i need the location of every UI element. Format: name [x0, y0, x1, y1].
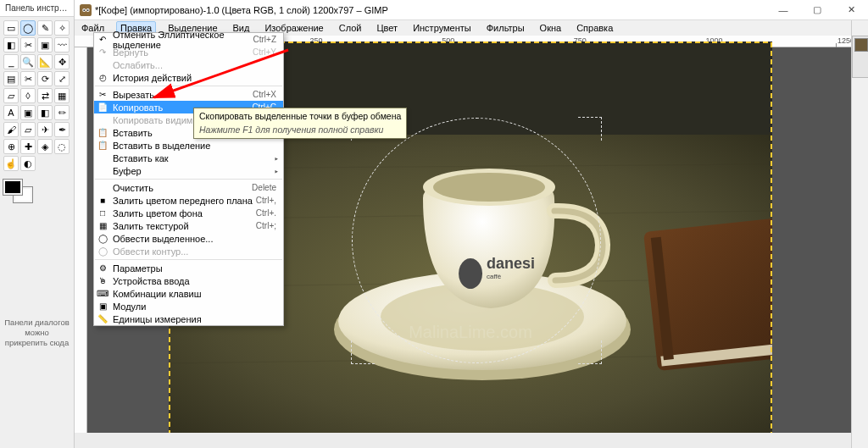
menu-item-справка[interactable]: Справка	[573, 22, 616, 34]
menu-item-цвет[interactable]: Цвет	[373, 22, 401, 34]
tool-perspective-clone[interactable]: ◈	[37, 139, 53, 154]
tooltip-line2: Нажмите F1 для получения полной справки	[199, 124, 401, 136]
tool-airbrush[interactable]: ✈	[37, 122, 53, 137]
menu-item: ↷ВернутьCtrl+Y	[94, 46, 283, 58]
menu-item[interactable]: 📋Вставить в выделение	[94, 139, 283, 152]
fg-bg-swatches[interactable]	[3, 180, 37, 205]
tool-ellipse-select[interactable]: ◯	[20, 20, 36, 36]
tool-heal[interactable]: ✚	[20, 139, 36, 154]
selection[interactable]	[352, 118, 601, 363]
tool-move[interactable]: ✥	[54, 54, 70, 69]
scrollbar-horizontal[interactable]	[75, 433, 868, 448]
titlebar: *[Кофе] (импортировано)-1.0 (Цвета RGB, …	[75, 0, 868, 20]
right-dock	[851, 20, 868, 448]
menu-item-окна[interactable]: Окна	[537, 22, 565, 34]
tool-rotate[interactable]: ⟳	[37, 71, 53, 86]
menu-item: Ослабить...	[94, 58, 283, 71]
menu-item[interactable]: ▦Залить текстуройCtrl+;	[94, 219, 283, 232]
tool-grid: ▭ ◯ ✎ ✧ ◧ ✂ ▣ 〰 ⎯ 🔍 📐 ✥ ▤ ✂ ⟳ ⤢ ▱ ◊ ⇄ ▦ …	[0, 17, 74, 174]
tool-blur[interactable]: ◌	[54, 139, 70, 154]
tool-fuzzy-select[interactable]: ✧	[54, 20, 70, 36]
menu-item: ◯Обвести контур...	[94, 245, 283, 257]
tool-cage[interactable]: ▦	[54, 88, 70, 103]
tooltip: Скопировать выделенные точки в буфер обм…	[193, 108, 407, 139]
tool-free-select[interactable]: ✎	[37, 20, 53, 36]
menu-item[interactable]: ⚙Параметры	[94, 262, 283, 274]
tool-eraser[interactable]: ▱	[20, 122, 36, 137]
menu-item-инструменты[interactable]: Инструменты	[409, 22, 475, 34]
tool-color-select[interactable]: ◧	[3, 37, 19, 53]
menu-item[interactable]: ⌨Комбинации клавиш	[94, 287, 283, 300]
menu-separator	[95, 86, 282, 86]
menu-item[interactable]: 🖱Устройства ввода	[94, 274, 283, 287]
tool-foreground[interactable]: ▣	[37, 37, 53, 53]
toolbox-panel: Панель инстр… ▭ ◯ ✎ ✧ ◧ ✂ ▣ 〰 ⎯ 🔍 📐 ✥ ▤ …	[0, 0, 75, 448]
tool-ink[interactable]: ✒	[54, 122, 70, 137]
menu-item[interactable]: 📏Единицы измерения	[94, 312, 283, 325]
menu-item[interactable]: Буфер▸	[94, 164, 283, 177]
window-minimize[interactable]: —	[766, 0, 800, 20]
tool-text[interactable]: A	[3, 105, 19, 120]
selection-ellipse	[352, 118, 601, 363]
svg-point-3	[83, 9, 85, 11]
tool-align[interactable]: ▤	[3, 71, 19, 86]
dockable-hint: Панели диалогов можно прикрепить сюда	[3, 318, 70, 348]
menu-item-фильтры[interactable]: Фильтры	[483, 22, 528, 34]
menu-separator	[95, 179, 282, 180]
menu-item[interactable]: ↶Отменить Эллиптическое выделениеCtrl+Z	[94, 33, 283, 46]
menu-item[interactable]: ■Залить цветом переднего планаCtrl+,	[94, 194, 283, 207]
fg-swatch[interactable]	[3, 180, 22, 195]
menu-item[interactable]: □Залить цветом фонаCtrl+.	[94, 207, 283, 219]
gimp-icon	[80, 4, 92, 16]
tool-perspective[interactable]: ◊	[20, 88, 36, 103]
tool-clone[interactable]: ⊕	[3, 139, 19, 154]
menu-item[interactable]: ОчиститьDelete	[94, 181, 283, 194]
tool-bucket[interactable]: ▣	[20, 105, 36, 120]
menu-item[interactable]: ◯Обвести выделенное...	[94, 232, 283, 245]
tool-pencil[interactable]: ✏	[54, 105, 70, 120]
ruler-left	[75, 47, 87, 433]
svg-point-4	[87, 9, 89, 11]
tooltip-line1: Скопировать выделенные точки в буфер обм…	[199, 111, 401, 123]
dock-tab[interactable]	[852, 36, 868, 78]
tool-paintbrush[interactable]: 🖌	[3, 122, 19, 137]
toolbox-title: Панель инстр…	[0, 0, 74, 17]
window-maximize[interactable]: ▢	[800, 0, 834, 20]
tool-scissors[interactable]: ✂	[20, 37, 36, 53]
menu-separator	[95, 259, 282, 260]
tool-flip[interactable]: ⇄	[37, 88, 53, 103]
menu-edit: ↶Отменить Эллиптическое выделениеCtrl+Z↷…	[93, 32, 284, 326]
tool-measure[interactable]: 📐	[37, 54, 53, 69]
tool-blend[interactable]: ◧	[37, 105, 53, 120]
tool-dodge[interactable]: ◐	[20, 156, 36, 171]
tool-path[interactable]: 〰	[54, 37, 70, 53]
tool-smudge[interactable]: ☝	[3, 156, 19, 171]
menu-item-слой[interactable]: Слой	[336, 22, 365, 34]
dock-thumbnail	[854, 38, 868, 52]
menu-item[interactable]: ▣Модули	[94, 300, 283, 312]
tool-colorpicker[interactable]: ⎯	[3, 54, 19, 69]
tool-rect-select[interactable]: ▭	[3, 20, 19, 36]
tool-crop[interactable]: ✂	[20, 71, 36, 86]
menu-item[interactable]: Вставить как▸	[94, 152, 283, 164]
window-close[interactable]: ✕	[834, 0, 868, 20]
tool-scale[interactable]: ⤢	[54, 71, 70, 86]
tool-zoom[interactable]: 🔍	[20, 54, 36, 69]
window-title: *[Кофе] (импортировано)-1.0 (Цвета RGB, …	[95, 5, 766, 15]
tool-shear[interactable]: ▱	[3, 88, 19, 103]
menu-item[interactable]: ✂ВырезатьCtrl+X	[94, 88, 283, 101]
menu-item[interactable]: ◴История действий	[94, 71, 283, 84]
